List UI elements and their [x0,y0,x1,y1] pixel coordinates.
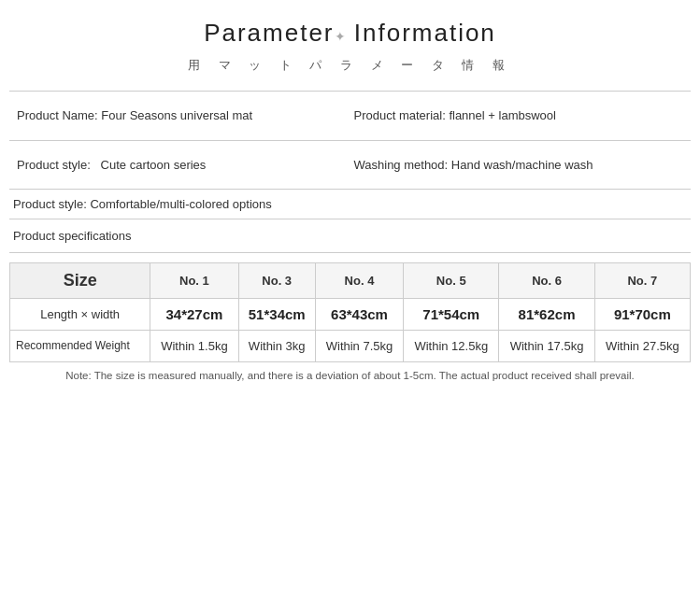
col-no1: No. 1 [150,263,238,299]
product-style2-label: Product style: [13,197,87,211]
title-part1: Parameter [204,19,334,47]
table-row-dimensions: Length × width 34*27cm 51*34cm 63*43cm 7… [10,299,691,331]
table-row-weights: Recommended Weight Within 1.5kg Within 3… [10,331,691,362]
dim-6: 81*62cm [499,299,594,331]
product-style2-value: Comfortable/multi-colored options [90,197,271,211]
dim-3: 51*34cm [238,299,315,331]
weight-5: Within 12.5kg [404,331,499,362]
product-style-value: Cute cartoon series [101,158,207,172]
weight-7: Within 27.5kg [594,331,690,362]
rec-weight-label: Recommended Weight [10,331,150,362]
weight-4: Within 7.5kg [315,331,403,362]
dim-5: 71*54cm [404,299,499,331]
washing-method-value: Hand wash/machine wash [451,158,593,172]
info-section-2: Product style: Cute cartoon series Washi… [9,141,691,191]
dim-7: 91*70cm [594,299,690,331]
weight-3: Within 3kg [238,331,315,362]
specs-table: Size No. 1 No. 3 No. 4 No. 5 No. 6 No. 7… [9,262,691,362]
info-row-2: Product style: Cute cartoon series Washi… [13,150,687,180]
dim-1: 34*27cm [150,299,238,331]
col-no7: No. 7 [594,263,690,299]
product-name-cell: Product Name: Four Seasons universal mat [13,101,350,131]
product-spec-label: Product specifications [13,229,131,243]
product-spec-row: Product specifications [9,219,691,253]
japanese-subtitle: 用 マ ッ ト パ ラ メ ー タ 情 報 [9,57,691,74]
table-section: Size No. 1 No. 3 No. 4 No. 5 No. 6 No. 7… [9,262,691,362]
main-title: Parameter✦ Information [9,19,691,48]
weight-6: Within 17.5kg [499,331,594,362]
product-material-value: flannel + lambswool [449,108,556,122]
product-style-label: Product style: [17,158,91,172]
product-name-label: Product Name: [17,108,98,122]
col-no3: No. 3 [238,263,315,299]
product-style-row-2: Product style: Comfortable/multi-colored… [9,190,691,219]
note-row: Note: The size is measured manually, and… [9,370,691,381]
info-row-1: Product Name: Four Seasons universal mat… [13,101,687,131]
washing-method-cell: Washing method: Hand wash/machine wash [350,150,688,180]
table-header-row: Size No. 1 No. 3 No. 4 No. 5 No. 6 No. 7 [10,263,691,299]
col-no6: No. 6 [499,263,594,299]
dot-decoration: ✦ [335,29,346,44]
product-name-value: Four Seasons universal mat [101,108,252,122]
size-header: Size [10,263,150,299]
product-material-label: Product material: [354,108,446,122]
col-no4: No. 4 [315,263,403,299]
washing-method-label: Washing method: [354,158,449,172]
product-style-cell: Product style: Cute cartoon series [13,150,350,180]
col-no5: No. 5 [404,263,499,299]
length-width-label: Length × width [10,299,150,331]
weight-1: Within 1.5kg [150,331,238,362]
product-material-cell: Product material: flannel + lambswool [350,101,688,131]
dim-4: 63*43cm [315,299,403,331]
info-section-1: Product Name: Four Seasons universal mat… [9,92,691,141]
title-part2: Information [354,19,496,47]
page: Parameter✦ Information 用 マ ッ ト パ ラ メ ー タ… [0,0,700,400]
